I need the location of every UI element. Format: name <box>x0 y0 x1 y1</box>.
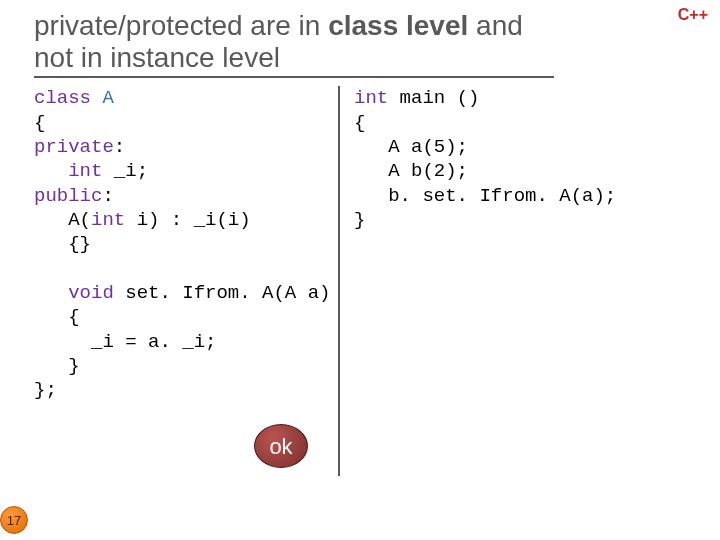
kw-int: int <box>91 209 125 231</box>
code-text: : <box>114 136 125 158</box>
code-text: main () <box>388 87 479 109</box>
kw-class: class <box>34 87 91 109</box>
classname-a: A <box>91 87 114 109</box>
code-line: _i = a. _i; <box>34 331 216 353</box>
code-columns: class A { private: int _i; public: A(int… <box>34 86 692 476</box>
slide: C++ private/protected are in class level… <box>0 0 720 540</box>
code-line: { <box>354 112 365 134</box>
code-text: i) : _i(i) <box>125 209 250 231</box>
kw-public: public <box>34 185 102 207</box>
right-code-column: int main () { A a(5); A b(2); b. set. If… <box>340 86 616 476</box>
kw-private: private <box>34 136 114 158</box>
kw-void: void <box>68 282 114 304</box>
code-line: {} <box>34 233 91 255</box>
left-code: class A { private: int _i; public: A(int… <box>34 86 330 402</box>
code-line: }; <box>34 379 57 401</box>
code-line: A a(5); <box>354 136 468 158</box>
right-code: int main () { A a(5); A b(2); b. set. If… <box>354 86 616 232</box>
title-bold: class level <box>328 10 468 41</box>
title-pre: private/protected are in <box>34 10 328 41</box>
language-badge: C++ <box>678 6 708 24</box>
code-text: : <box>102 185 113 207</box>
code-line: } <box>354 209 365 231</box>
code-text: _i; <box>102 160 148 182</box>
left-code-column: class A { private: int _i; public: A(int… <box>34 86 338 476</box>
slide-title: private/protected are in class level and… <box>34 10 554 78</box>
code-line: b. set. Ifrom. A(a); <box>354 185 616 207</box>
kw-int: int <box>354 87 388 109</box>
code-text <box>34 282 68 304</box>
kw-int: int <box>68 160 102 182</box>
code-line: { <box>34 306 80 328</box>
page-number: 17 <box>0 506 28 534</box>
code-text: A( <box>34 209 91 231</box>
code-line: { <box>34 112 45 134</box>
code-text: set. Ifrom. A(A a) <box>114 282 331 304</box>
code-line: } <box>34 355 80 377</box>
code-line: A b(2); <box>354 160 468 182</box>
code-text <box>34 160 68 182</box>
